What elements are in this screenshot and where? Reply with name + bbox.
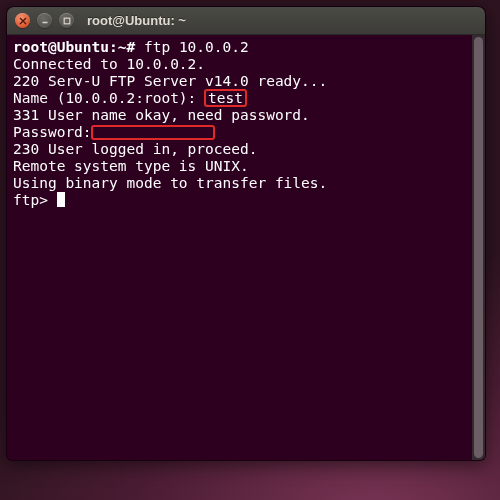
minimize-icon[interactable]: [37, 13, 52, 28]
window-title: root@Ubuntu: ~: [87, 13, 186, 28]
output-line: 331 User name okay, need password.: [13, 107, 310, 123]
close-icon[interactable]: [15, 13, 30, 28]
terminal-window: root@Ubuntu: ~ root@Ubuntu:~# ftp 10.0.0…: [6, 6, 486, 461]
output-line: Name (10.0.0.2:root):: [13, 90, 205, 106]
svg-rect-0: [64, 18, 70, 24]
maximize-icon[interactable]: [59, 13, 74, 28]
highlight-password: [91, 125, 215, 140]
window-titlebar[interactable]: root@Ubuntu: ~: [7, 7, 485, 35]
output-line: Using binary mode to transfer files.: [13, 175, 327, 191]
output-line: Password:: [13, 124, 92, 140]
terminal-body[interactable]: root@Ubuntu:~# ftp 10.0.0.2 Connected to…: [7, 35, 485, 460]
shell-prompt: root@Ubuntu:~#: [13, 39, 135, 55]
output-line: Remote system type is UNIX.: [13, 158, 249, 174]
output-line: 220 Serv-U FTP Server v14.0 ready...: [13, 73, 327, 89]
ftp-prompt: ftp>: [13, 192, 57, 208]
cursor-icon: [57, 192, 65, 207]
scrollbar-thumb[interactable]: [474, 37, 483, 458]
output-line: Connected to 10.0.0.2.: [13, 56, 205, 72]
scrollbar[interactable]: [472, 35, 485, 460]
output-line: 230 User logged in, proceed.: [13, 141, 257, 157]
command-text: ftp 10.0.0.2: [144, 39, 249, 55]
highlight-username: test: [204, 89, 247, 107]
